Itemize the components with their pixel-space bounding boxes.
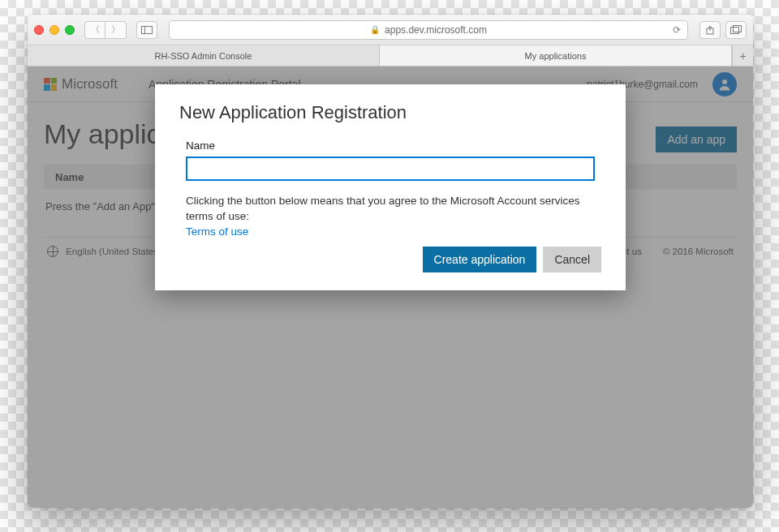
address-bar[interactable]: 🔒 apps.dev.microsoft.com ⟳ [169, 20, 688, 40]
new-app-dialog: New Application Registration Name Clicki… [155, 84, 626, 290]
terms-link[interactable]: Terms of use [186, 225, 248, 238]
browser-tab-0[interactable]: RH-SSO Admin Console [28, 45, 380, 66]
tab-label: My applications [525, 51, 587, 61]
back-button[interactable]: 〈 [84, 21, 105, 39]
browser-titlebar: 〈 〉 🔒 apps.dev.microsoft.com ⟳ [28, 15, 753, 45]
new-tab-button[interactable]: + [732, 45, 753, 66]
sidebar-button[interactable] [136, 21, 157, 39]
tab-label: RH-SSO Admin Console [155, 51, 252, 61]
forward-button[interactable]: 〉 [105, 21, 127, 39]
create-application-button[interactable]: Create application [423, 247, 537, 272]
dialog-title: New Application Registration [179, 102, 601, 123]
safari-window: 〈 〉 🔒 apps.dev.microsoft.com ⟳ RH-SSO Ad… [28, 15, 753, 508]
reload-icon[interactable]: ⟳ [673, 24, 681, 36]
url-text: apps.dev.microsoft.com [385, 24, 487, 36]
name-label: Name [186, 139, 595, 152]
cancel-button[interactable]: Cancel [543, 247, 601, 272]
terms-text: Clicking the button below means that you… [186, 195, 580, 222]
app-name-input[interactable] [186, 157, 595, 181]
zoom-window-button[interactable] [65, 25, 75, 35]
tab-strip: RH-SSO Admin Console My applications + [28, 45, 753, 66]
nav-buttons: 〈 〉 [84, 21, 127, 39]
minimize-window-button[interactable] [49, 25, 59, 35]
svg-rect-4 [734, 26, 742, 32]
close-window-button[interactable] [34, 25, 44, 35]
lock-icon: 🔒 [370, 25, 380, 34]
modal-overlay: New Application Registration Name Clicki… [28, 66, 753, 508]
tabs-button[interactable] [725, 21, 747, 39]
page-viewport: Microsoft Application Registration Porta… [28, 66, 753, 508]
window-controls [34, 25, 75, 35]
svg-rect-3 [731, 28, 739, 34]
svg-rect-0 [142, 26, 153, 33]
share-button[interactable] [699, 21, 721, 39]
browser-tab-1[interactable]: My applications [380, 45, 732, 66]
